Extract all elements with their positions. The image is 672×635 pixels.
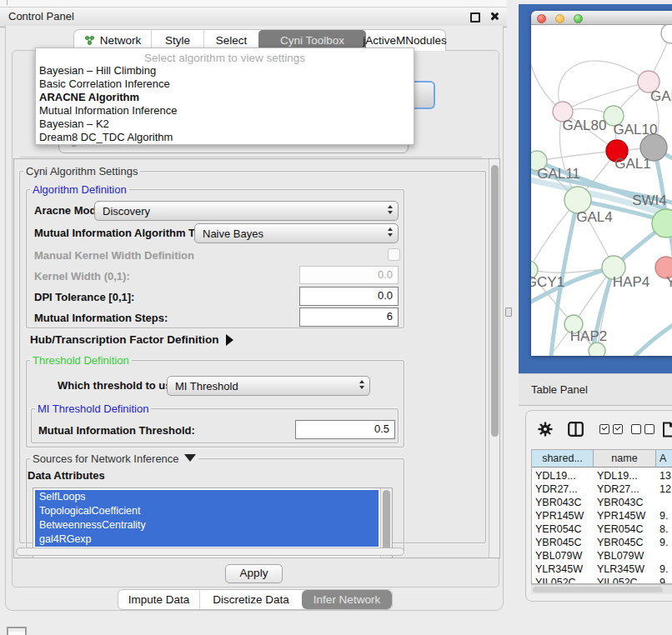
select-all-columns-icon[interactable] xyxy=(599,424,626,434)
mi-steps-label: Mutual Information Steps: xyxy=(34,312,168,324)
mi-threshold-group-title: MI Threshold Definition xyxy=(35,402,151,415)
close-window-icon[interactable] xyxy=(537,14,546,23)
algorithm-definition-title: Algorithm Definition xyxy=(30,183,129,196)
mi-steps-field[interactable]: 6 xyxy=(299,308,399,327)
float-window-icon[interactable] xyxy=(470,12,480,22)
minimize-window-icon[interactable] xyxy=(555,14,564,23)
deselect-all-columns-icon[interactable] xyxy=(631,424,658,434)
sources-title-label: Sources for Network Inference xyxy=(33,452,179,465)
tab-select-label: Select xyxy=(216,34,248,47)
mi-steps-value: 6 xyxy=(387,310,393,322)
spinner-arrows-icon xyxy=(388,228,393,237)
apply-button[interactable]: Apply xyxy=(225,564,283,583)
table-row[interactable]: YBR045CYBR045C9. xyxy=(532,536,672,549)
tab-impute-data-label: Impute Data xyxy=(128,593,190,606)
table-row[interactable]: YPR145WYPR145W9. xyxy=(532,509,672,522)
manual-kernel-checkbox[interactable] xyxy=(388,248,400,261)
table-panel-titlebar: Table Panel xyxy=(519,373,672,406)
panel-divider-grip[interactable] xyxy=(505,308,512,317)
cyni-algorithm-settings-title: Cyni Algorithm Settings xyxy=(23,165,140,178)
gear-icon[interactable] xyxy=(538,422,553,437)
table-row[interactable]: YDR27...YDR27...12 xyxy=(532,482,672,496)
mi-threshold-field[interactable]: 0.5 xyxy=(295,420,395,439)
node-label: HAP4 xyxy=(613,274,649,290)
which-threshold-combo[interactable]: MI Threshold xyxy=(167,376,370,396)
settings-horizontal-scrollbar[interactable] xyxy=(16,548,404,556)
node-partial[interactable] xyxy=(589,342,605,356)
groupbox-edge xyxy=(20,157,482,158)
sources-title[interactable]: Sources for Network Inference xyxy=(30,452,198,465)
algorithm-option[interactable]: Basic Correlation Inference xyxy=(39,78,170,90)
tab-impute-data[interactable]: Impute Data xyxy=(118,590,199,609)
tab-infer-network-label: Infer Network xyxy=(313,593,380,606)
table-horizontal-scrollbar[interactable] xyxy=(531,584,672,594)
hub-definition-label: Hub/Transcription Factor Definition xyxy=(30,333,219,346)
table-panel: shared... name A YDL19...YDL19...13 YDR2… xyxy=(525,410,672,602)
algorithm-option[interactable]: Bayesian – K2 xyxy=(39,118,109,130)
table-row[interactable]: YBL079WYBL079W xyxy=(532,549,672,562)
which-threshold-label: Which threshold to use: xyxy=(58,379,181,392)
spinner-arrows-icon xyxy=(359,380,364,389)
aracne-mode-value: Discovery xyxy=(103,205,150,218)
node-label: Y xyxy=(666,274,672,290)
table-row[interactable]: YIL052CYIL052C9 xyxy=(532,576,672,584)
window-edge-tick xyxy=(7,0,8,5)
network-canvas[interactable]: GAL GAL80 GAL10 GAL1 GAL11 GAL4 SWI4 GCY… xyxy=(531,25,672,356)
manual-kernel-label: Manual Kernel Width Definition xyxy=(34,249,194,262)
kernel-width-value: 0.0 xyxy=(378,268,393,281)
node-label: SWI4 xyxy=(632,192,667,208)
algorithm-option[interactable]: Bayesian – Hill Climbing xyxy=(39,64,156,77)
aracne-mode-combo[interactable]: Discovery xyxy=(94,201,399,221)
column-header-name[interactable]: name xyxy=(594,450,656,468)
column-header-partial[interactable]: A xyxy=(656,450,672,468)
mi-type-label: Mutual Information Algorithm Type: xyxy=(34,227,217,239)
algorithm-option[interactable]: Dream8 DC_TDC Algorithm xyxy=(39,131,173,143)
node-label: GAL1 xyxy=(614,156,650,172)
network-icon xyxy=(84,35,95,46)
node-label: GCY1 xyxy=(531,274,564,290)
export-table-icon[interactable] xyxy=(662,422,672,438)
bottom-tabbar: Impute Data Discretize Data Infer Networ… xyxy=(118,589,393,610)
network-window: GAL GAL80 GAL10 GAL1 GAL11 GAL4 SWI4 GCY… xyxy=(531,11,672,356)
focused-combo-edge[interactable] xyxy=(414,81,435,109)
node-label: HAP2 xyxy=(570,328,607,344)
mi-type-value: Naive Bayes xyxy=(203,228,263,240)
data-attributes-label: Data Attributes xyxy=(28,469,105,482)
dpi-tolerance-field[interactable]: 0.0 xyxy=(299,287,399,306)
control-panel-title: Control Panel xyxy=(8,10,74,22)
algorithm-option-selected[interactable]: ARACNE Algorithm xyxy=(39,91,139,103)
mi-type-combo[interactable]: Naive Bayes xyxy=(194,223,399,243)
tab-infer-network[interactable]: Infer Network xyxy=(302,590,392,609)
screen: Control Panel Network Style Select Cyni … xyxy=(0,0,672,635)
table-row[interactable]: YDL19...YDL19...13 xyxy=(532,469,672,482)
tab-cyni-toolbox-label: Cyni Toolbox xyxy=(280,34,344,47)
mi-threshold-label: Mutual Information Threshold: xyxy=(38,424,195,437)
node-label: GAL80 xyxy=(563,118,607,133)
zoom-window-icon[interactable] xyxy=(574,14,583,23)
attr-item-selected[interactable]: gal4RGexp xyxy=(35,532,379,547)
node-unlabeled[interactable] xyxy=(661,25,672,43)
kernel-width-label: Kernel Width (0,1): xyxy=(34,270,130,282)
tab-discretize-data[interactable]: Discretize Data xyxy=(199,590,302,609)
settings-vertical-scrollbar[interactable] xyxy=(489,159,500,558)
close-panel-icon[interactable] xyxy=(489,12,499,21)
attr-item-selected[interactable]: BetweennessCentrality xyxy=(35,518,379,532)
floating-palette-icon[interactable] xyxy=(7,627,27,635)
split-columns-icon[interactable] xyxy=(568,422,584,437)
table-row[interactable]: YBR043CYBR043C xyxy=(532,496,672,509)
network-window-titlebar[interactable] xyxy=(531,11,672,25)
attr-item-selected[interactable]: TopologicalCoefficient xyxy=(35,504,379,518)
kernel-width-field[interactable]: 0.0 xyxy=(299,266,399,284)
dpi-tolerance-label: DPI Tolerance [0,1]: xyxy=(34,291,134,303)
hub-definition-expander[interactable]: Hub/Transcription Factor Definition xyxy=(30,333,233,346)
window-top-strip xyxy=(0,0,507,7)
network-graph: GAL GAL80 GAL10 GAL1 GAL11 GAL4 SWI4 GCY… xyxy=(531,25,672,356)
column-header-shared-name[interactable]: shared... xyxy=(532,450,594,468)
tab-style-label: Style xyxy=(165,34,190,47)
tab-discretize-data-label: Discretize Data xyxy=(213,593,289,606)
table-panel-title: Table Panel xyxy=(531,383,588,396)
attr-item-selected[interactable]: SelfLoops xyxy=(35,490,379,504)
table-row[interactable]: YER054CYER054C8. xyxy=(532,522,672,536)
algorithm-option[interactable]: Mutual Information Inference xyxy=(39,104,177,117)
table-row[interactable]: YLR345WYLR345W9. xyxy=(532,562,672,576)
